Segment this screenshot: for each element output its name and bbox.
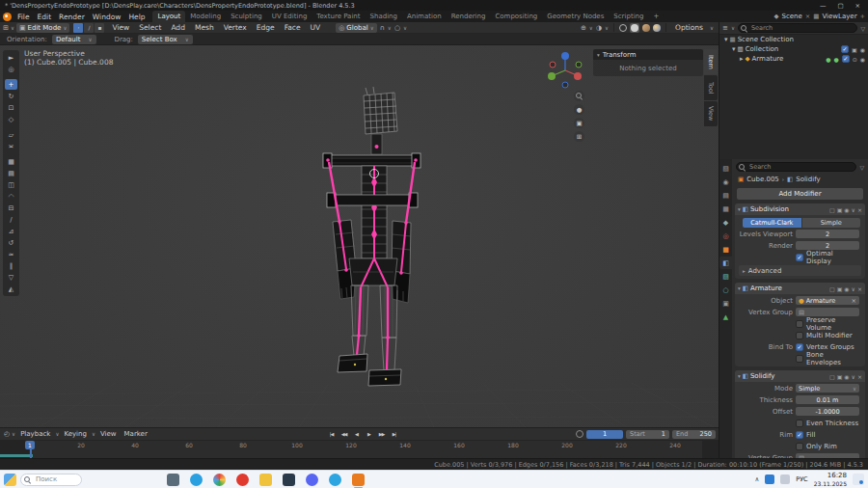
telegram-app-icon[interactable]: [329, 474, 341, 486]
material-shading-icon[interactable]: [642, 24, 650, 32]
subdivision-header[interactable]: ▾ ◧ Subdivision ▢ ▣ ◉ ∨ ×: [735, 203, 865, 215]
breadcrumb-object[interactable]: Cube.005: [746, 176, 779, 183]
viewlayer-new-icon[interactable]: +: [860, 13, 865, 20]
taskbar-clock[interactable]: 16:28 23.11.2025: [814, 472, 847, 487]
timeline-editor-icon[interactable]: ◴: [4, 430, 10, 438]
scene-name[interactable]: Scene: [781, 13, 801, 20]
workspace-tab-compositing[interactable]: Compositing: [490, 11, 542, 22]
vertex-groups-checkbox[interactable]: [796, 343, 803, 351]
auto-keying-toggle[interactable]: [576, 430, 583, 438]
tool-cursor[interactable]: ◎: [5, 64, 17, 74]
outliner-row-armature[interactable]: ▸ ◆ Armature ● ● ⊙ ◉: [719, 54, 868, 64]
tool-inset[interactable]: ◫: [5, 179, 17, 190]
clear-object-icon[interactable]: ×: [852, 297, 856, 305]
tool-knife[interactable]: ∕: [5, 214, 17, 225]
tab-modifiers[interactable]: ◧: [719, 257, 732, 269]
menu-edit[interactable]: Edit: [34, 11, 56, 22]
menu-view[interactable]: View: [108, 23, 133, 32]
next-keyframe-button[interactable]: ▶▶: [376, 429, 387, 439]
timeline-ruler[interactable]: 0 20 40 60 80 100 120 140 160 180 200 22…: [0, 441, 719, 458]
menu-window[interactable]: Window: [89, 11, 125, 22]
tool-select-box[interactable]: ►: [5, 52, 17, 63]
gizmos-icon[interactable]: ⊕: [581, 24, 586, 32]
chevron-down-icon[interactable]: ∨: [12, 431, 15, 437]
solidify-header[interactable]: ▾ ◧ Solidify ▢ ▣ ◉ ∨ ×: [735, 370, 865, 382]
snap-magnet-icon[interactable]: ∩: [380, 24, 385, 32]
minimize-button[interactable]: —: [820, 2, 827, 10]
render-toggle-icon[interactable]: ◉: [844, 285, 849, 292]
ortho-grid-icon[interactable]: ⊞: [574, 131, 584, 142]
gizmos-dropdown-icon[interactable]: ∨: [589, 25, 593, 31]
jump-to-end-button[interactable]: ▶|: [389, 429, 399, 439]
play-reverse-button[interactable]: ◀: [351, 429, 362, 439]
overlays-dropdown-icon[interactable]: ∨: [605, 25, 609, 31]
breadcrumb-modifier[interactable]: Solidify: [796, 176, 821, 183]
close-button[interactable]: ×: [855, 2, 860, 10]
filter-icon[interactable]: ▽: [859, 164, 864, 171]
solidify-mode-dropdown[interactable]: Simple ∨: [796, 384, 859, 393]
taskbar-search[interactable]: [20, 474, 82, 486]
tool-loop-cut[interactable]: ⊟: [5, 203, 17, 213]
workspace-tab-uv-editing[interactable]: UV Editing: [267, 11, 312, 22]
menu-help[interactable]: Help: [124, 11, 149, 22]
only-rim-checkbox[interactable]: [796, 443, 803, 450]
workspace-tab-texture-paint[interactable]: Texture Paint: [312, 11, 365, 22]
frame-start-field[interactable]: Start 1: [626, 430, 669, 439]
collapse-icon[interactable]: ▾: [738, 206, 741, 212]
advanced-subpanel[interactable]: ▸ Advanced: [739, 265, 861, 276]
blender-app-icon[interactable]: [352, 474, 365, 486]
snap-dropdown-icon[interactable]: ∨: [388, 25, 392, 31]
collapse-icon[interactable]: ▾: [738, 285, 741, 291]
menu-keying[interactable]: Keying: [61, 428, 90, 441]
menu-face[interactable]: Face: [281, 23, 305, 32]
proportional-dropdown-icon[interactable]: ∨: [403, 25, 407, 31]
multi-modifier-checkbox[interactable]: [796, 332, 803, 339]
tab-scene[interactable]: ◆: [719, 216, 732, 229]
editor-type-icon[interactable]: ⊞: [3, 24, 9, 32]
tab-object-data[interactable]: ▲: [719, 311, 732, 323]
chevron-down-icon[interactable]: ∨: [731, 25, 735, 31]
workspace-tab-sculpting[interactable]: Sculpting: [226, 11, 267, 22]
drag-dropdown[interactable]: Select Box ∨: [138, 35, 193, 44]
optimal-display-checkbox[interactable]: [796, 254, 803, 261]
add-modifier-button[interactable]: Add Modifier: [737, 188, 863, 200]
tool-rotate[interactable]: ↻: [5, 91, 17, 101]
workspace-tab-rendering[interactable]: Rendering: [447, 11, 491, 22]
workspace-tab-animation[interactable]: Animation: [402, 11, 447, 22]
modifier-name[interactable]: Armature: [750, 285, 782, 292]
options-dropdown[interactable]: Options: [671, 23, 707, 32]
filter-icon[interactable]: ▽: [860, 25, 865, 32]
eye-visibility-icon[interactable]: ⊙: [853, 56, 857, 63]
tab-world[interactable]: ◎: [719, 230, 732, 242]
camera-view-icon[interactable]: ▣: [574, 118, 584, 128]
bone-envelopes-checkbox[interactable]: [796, 355, 803, 363]
close-icon[interactable]: ×: [857, 206, 862, 213]
tab-view-layer[interactable]: ▦: [719, 203, 732, 215]
menu-view[interactable]: View: [97, 428, 120, 441]
tool-add-cube[interactable]: ▦: [5, 156, 17, 167]
preserve-volume-checkbox[interactable]: [796, 320, 803, 328]
viewlayer-name[interactable]: ViewLayer: [822, 13, 856, 20]
thickness-field[interactable]: 0.01 m: [796, 395, 859, 404]
editor-app-icon[interactable]: [283, 474, 295, 486]
language-indicator[interactable]: РУС: [796, 475, 807, 483]
workspace-tab-modeling[interactable]: Modeling: [185, 11, 226, 22]
tray-expand-icon[interactable]: ∧: [754, 475, 759, 483]
menu-vertex[interactable]: Vertex: [220, 23, 251, 32]
zoom-icon[interactable]: [574, 91, 584, 101]
tool-spin[interactable]: ↺: [5, 237, 17, 248]
add-workspace-button[interactable]: +: [648, 11, 664, 22]
menu-marker[interactable]: Marker: [122, 428, 150, 441]
tool-shrink-fatten[interactable]: ▽: [5, 272, 17, 283]
modifier-name[interactable]: Solidify: [750, 372, 775, 380]
blender-logo-icon[interactable]: [3, 13, 12, 21]
workspace-tab-layout[interactable]: Layout: [152, 11, 185, 22]
menu-mesh[interactable]: Mesh: [191, 23, 218, 32]
extras-menu-icon[interactable]: ∨: [852, 285, 855, 292]
tab-output[interactable]: ▤: [719, 189, 732, 202]
npanel-tab-view[interactable]: View: [704, 101, 718, 126]
outliner-search-input[interactable]: [738, 23, 857, 33]
outliner-row-collection[interactable]: ▾ ▥ Collection ▣ ◉: [719, 44, 868, 54]
options-dropdown-icon[interactable]: ∨: [710, 25, 714, 31]
editmode-toggle-icon[interactable]: ▢: [829, 285, 835, 292]
